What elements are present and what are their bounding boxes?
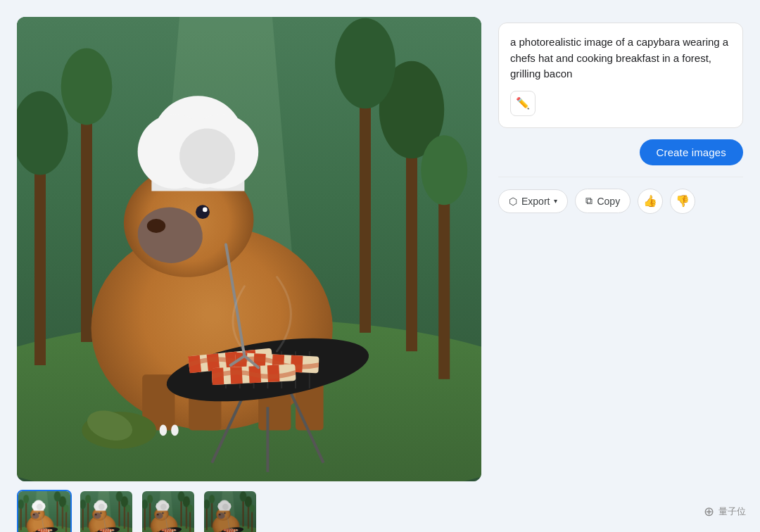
action-bar: ⬡ Export ▾ ⧉ Copy 👍 👎 [498, 189, 743, 214]
copy-label: Copy [597, 196, 620, 207]
thumbnail-2[interactable] [79, 490, 134, 532]
export-button[interactable]: ⬡ Export ▾ [498, 189, 568, 213]
right-panel: a photorealistic image of a capybara wea… [498, 17, 743, 214]
export-chevron-icon: ▾ [554, 197, 557, 205]
thumbs-down-button[interactable]: 👎 [670, 189, 695, 214]
thumb-canvas-1 [18, 491, 70, 532]
thumbs-up-button[interactable]: 👍 [638, 189, 663, 214]
edit-icon: ✏️ [516, 96, 530, 110]
export-icon: ⬡ [509, 196, 517, 207]
edit-button[interactable]: ✏️ [510, 91, 536, 116]
main-image-canvas [17, 17, 481, 481]
watermark-icon: ⊕ [704, 504, 714, 519]
copy-icon: ⧉ [585, 195, 593, 207]
thumbnail-1[interactable] [17, 490, 72, 532]
main-image [17, 17, 481, 481]
watermark-text: 量子位 [718, 505, 746, 518]
divider [498, 177, 743, 177]
thumbs-up-icon: 👍 [643, 194, 657, 208]
prompt-text: a photorealistic image of a capybara wea… [510, 34, 731, 82]
thumbs-down-icon: 👎 [676, 194, 690, 208]
thumb-canvas-2 [80, 491, 132, 532]
copy-button[interactable]: ⧉ Copy [575, 189, 631, 213]
main-container: a photorealistic image of a capybara wea… [0, 0, 760, 532]
thumbnail-4[interactable] [203, 490, 258, 532]
create-images-button[interactable]: Create images [640, 139, 744, 165]
thumbnail-3[interactable] [141, 490, 196, 532]
prompt-box: a photorealistic image of a capybara wea… [498, 23, 743, 128]
export-label: Export [521, 196, 550, 207]
thumb-canvas-4 [204, 491, 256, 532]
watermark: ⊕ 量子位 [704, 504, 746, 519]
thumb-canvas-3 [142, 491, 194, 532]
left-panel [17, 17, 481, 532]
thumbnail-strip [17, 490, 481, 532]
